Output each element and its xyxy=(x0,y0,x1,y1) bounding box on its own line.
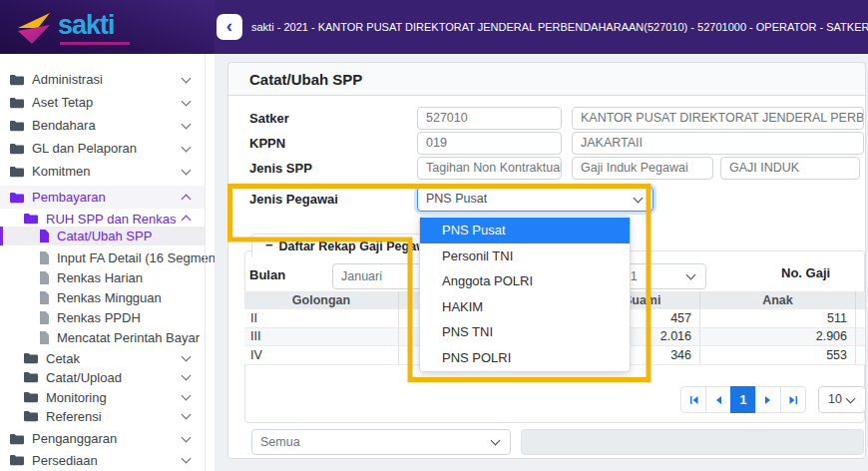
prev-page-button[interactable] xyxy=(705,386,731,413)
chevron-down-icon xyxy=(182,96,192,106)
folder-icon xyxy=(9,74,24,86)
sidebar-item-label: Renkas PPDH xyxy=(57,310,141,325)
jenis-pegawai-dropdown: PNS Pusat Personil TNI Anggota POLRI HAK… xyxy=(419,216,631,372)
cell-anak: 2.906 xyxy=(700,328,856,346)
cell xyxy=(856,346,865,364)
sidebar-item-bendahara[interactable]: Bendahara xyxy=(0,114,206,137)
sidebar-item-label: Administrasi xyxy=(32,72,103,87)
chevron-down-icon xyxy=(182,352,192,362)
next-page-button[interactable] xyxy=(755,386,781,413)
folder-icon xyxy=(23,213,38,225)
folder-icon xyxy=(23,352,38,364)
dropdown-option-pns-tni[interactable]: PNS TNI xyxy=(420,319,630,345)
sidebar-item-label: GL dan Pelaporan xyxy=(32,141,137,156)
folder-icon xyxy=(23,410,38,422)
cell-golongan: IV xyxy=(244,346,399,364)
sidebar-item-referensi[interactable]: Referensi xyxy=(0,406,206,426)
sakti-logo-text: sakti xyxy=(58,10,115,41)
dropdown-option-anggota-polri[interactable]: Anggota POLRI xyxy=(420,268,630,294)
sidebar-item-penganggaran[interactable]: Penganggaran xyxy=(0,427,206,450)
table-pagination: 1 xyxy=(680,386,806,413)
kppn-code-input[interactable]: 019 xyxy=(417,132,562,155)
dropdown-option-pns-polri[interactable]: PNS POLRI xyxy=(420,345,630,371)
sidebar-item-cetak[interactable]: Cetak xyxy=(0,348,206,368)
folder-icon xyxy=(23,391,38,403)
satker-code-input[interactable]: 527010 xyxy=(417,107,562,130)
column-header xyxy=(856,291,865,309)
chevron-down-icon xyxy=(182,119,192,129)
jenis-spp-label: Jenis SPP xyxy=(249,161,312,176)
sidebar-item-label: Monitoring xyxy=(46,390,107,405)
first-page-button[interactable] xyxy=(680,386,706,413)
chevron-down-icon xyxy=(182,73,192,83)
jenis-spp-input-2[interactable]: Gaji Induk Pegawai xyxy=(572,157,713,180)
filter-select[interactable]: Semua xyxy=(251,429,511,455)
chevron-down-icon xyxy=(182,165,192,175)
sidebar-item-label: Komitmen xyxy=(32,164,91,179)
sidebar-item-ruh-spp-dan-renkas[interactable]: RUH SPP dan Renkas xyxy=(0,209,206,229)
folder-icon xyxy=(9,433,24,445)
dropdown-option-pns-pusat[interactable]: PNS Pusat xyxy=(420,218,630,243)
sidebar-item-administrasi[interactable]: Administrasi xyxy=(0,68,206,91)
folder-icon xyxy=(9,97,24,109)
sidebar-item-label: Catat/Ubah SPP xyxy=(57,229,152,243)
sidebar-item-monitoring[interactable]: Monitoring xyxy=(0,387,206,407)
folder-icon xyxy=(9,143,24,155)
sidebar-item-pembayaran[interactable]: Pembayaran xyxy=(0,186,206,209)
sakti-app-window: sakti ‹ sakti - 2021 - KANTOR PUSAT DIRE… xyxy=(0,0,868,471)
satker-name-input[interactable]: KANTOR PUSAT DIREKTORAT JENDERAL PERBEND… xyxy=(572,107,864,130)
cell-anak: 553 xyxy=(700,346,856,364)
sidebar-item-komitmen[interactable]: Komitmen xyxy=(0,160,206,183)
sidebar-item-label: Catat/Upload xyxy=(46,370,122,385)
prev-icon xyxy=(714,395,722,405)
bulan-value: Januari xyxy=(341,269,382,283)
file-icon xyxy=(39,331,49,344)
current-page-button[interactable]: 1 xyxy=(730,386,756,413)
file-icon xyxy=(39,311,49,324)
sidebar-item-label: Referensi xyxy=(46,409,102,424)
folder-icon xyxy=(9,192,24,204)
daftar-rekap-tab-title: Daftar Rekap Gaji Pegawai xyxy=(279,239,437,253)
sidebar-item-label: Cetak xyxy=(46,351,80,366)
collapse-sidebar-button[interactable]: ‹ xyxy=(217,14,242,40)
sidebar-item-persediaan[interactable]: Persediaan xyxy=(0,449,206,471)
kppn-name-input[interactable]: JAKARTAII xyxy=(572,132,864,155)
sidebar-item-catat-ubah-spp[interactable]: Catat/Ubah SPP xyxy=(0,227,206,245)
sidebar-item-catat-upload[interactable]: Catat/Upload xyxy=(0,367,206,387)
chevron-down-icon xyxy=(686,270,696,280)
next-icon xyxy=(764,395,772,405)
sidebar-item-mencatat-perintah-bayar[interactable]: Mencatat Perintah Bayar xyxy=(0,327,206,347)
sidebar-item-input-fa-detail[interactable]: Input FA Detail (16 Segmen) xyxy=(0,247,206,267)
dropdown-option-personil-tni[interactable]: Personil TNI xyxy=(420,243,630,269)
sidebar-item-aset-tetap[interactable]: Aset Tetap xyxy=(0,91,206,114)
chevron-down-icon xyxy=(182,142,192,152)
chevron-down-icon xyxy=(182,371,192,381)
sidebar-item-label: Persediaan xyxy=(32,453,98,468)
sidebar-item-label: RUH SPP dan Renkas xyxy=(46,212,177,227)
sidebar-item-label: Aset Tetap xyxy=(32,95,93,110)
sidebar-item-gl-dan-pelaporan[interactable]: GL dan Pelaporan xyxy=(0,137,206,160)
chevron-up-icon xyxy=(182,194,192,204)
page-size-select[interactable]: 10 xyxy=(818,386,866,413)
jenis-spp-input-3[interactable]: GAJI INDUK xyxy=(720,157,860,180)
disabled-input xyxy=(521,429,864,455)
last-page-button[interactable] xyxy=(780,386,806,413)
sidebar-item-label: Bendahara xyxy=(32,118,96,133)
column-header: Anak xyxy=(700,291,856,309)
column-header: Golongan xyxy=(244,291,399,309)
bulan-label: Bulan xyxy=(249,267,285,282)
chevron-down-icon xyxy=(182,432,192,442)
chevron-down-icon xyxy=(491,436,501,446)
jenis-pegawai-select[interactable]: PNS Pusat xyxy=(417,187,653,212)
dropdown-option-hakim[interactable]: HAKIM xyxy=(420,294,630,320)
filter-value: Semua xyxy=(260,435,300,449)
no-gaji-label: No. Gaji xyxy=(781,265,830,280)
sidebar-item-renkas-mingguan[interactable]: Renkas Mingguan xyxy=(0,287,206,307)
cell-anak: 511 xyxy=(700,309,856,327)
file-icon xyxy=(39,291,49,304)
sidebar-item-label: Mencatat Perintah Bayar xyxy=(57,330,200,345)
sidebar-item-label: Renkas Mingguan xyxy=(57,290,162,305)
sidebar-item-renkas-harian[interactable]: Renkas Harian xyxy=(0,267,206,287)
sidebar-item-renkas-ppdh[interactable]: Renkas PPDH xyxy=(0,307,206,327)
jenis-spp-input-1[interactable]: Tagihan Non Kontraktual xyxy=(417,157,562,180)
